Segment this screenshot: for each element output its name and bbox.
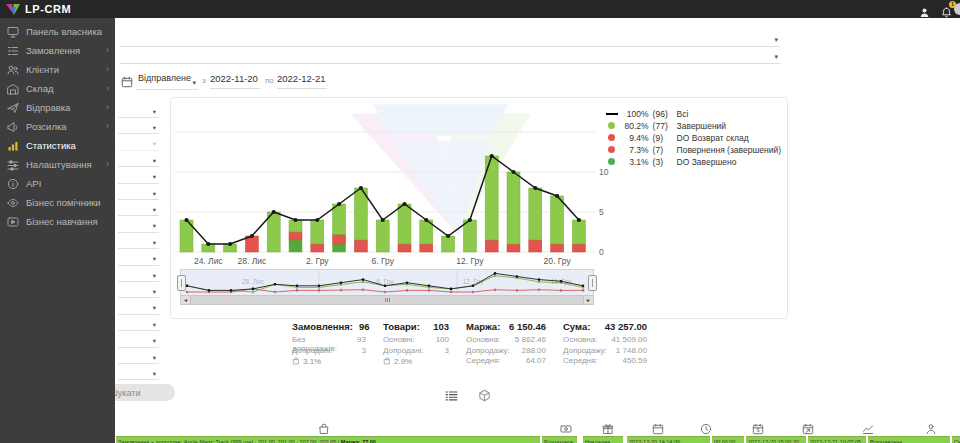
legend-percent: 80.2%: [622, 121, 649, 131]
sidebar-item-orders[interactable]: Замовлення ›: [0, 41, 115, 60]
table-cell[interactable]: Накладна: [583, 436, 623, 443]
legend-count: (3): [653, 157, 675, 167]
legend-item[interactable]: 80.2% (77) Завершений: [605, 120, 781, 131]
caret-down-icon: ▾: [774, 53, 778, 60]
stat-title: Замовлення:96: [292, 321, 366, 332]
scroll-left-icon[interactable]: ◄: [181, 296, 190, 304]
sidebar: Панель власника Замовлення › Клієнти › С…: [0, 18, 115, 443]
date-type-select[interactable]: Відправлене ▾: [136, 73, 198, 90]
table-cell[interactable]: 2022-12-20 15:00:20: [746, 436, 806, 443]
chart-icon[interactable]: [862, 421, 874, 433]
side-filter-select-2[interactable]: ▾: [118, 118, 159, 134]
person-icon[interactable]: [919, 4, 930, 15]
chevron-right-icon: ›: [106, 84, 109, 93]
table-cell[interactable]: 00:00:00: [712, 436, 744, 443]
svg-text:28. Лис: 28. Лис: [238, 256, 268, 266]
table-row[interactable]: Замовлення + допродаж: Apple Magic Track…: [115, 436, 960, 443]
side-filter-select-11[interactable]: ▾: [118, 266, 159, 282]
brand[interactable]: LP-CRM: [0, 3, 71, 16]
side-filter-select-3[interactable]: ▾: [118, 135, 159, 151]
chevron-right-icon: ›: [106, 122, 109, 131]
filter-select-1[interactable]: ▾: [120, 30, 780, 47]
side-filter-select-12[interactable]: ▾: [118, 282, 159, 298]
stat-row: Основна:41 509.00: [563, 335, 647, 346]
bag-icon[interactable]: [318, 421, 330, 433]
sidebar-item-label: Статистика: [26, 140, 76, 151]
legend-item[interactable]: 3.1% (3) DO Завершено: [605, 156, 781, 167]
gift-icon[interactable]: [602, 421, 614, 433]
bag-icon: [292, 357, 300, 366]
bell-icon[interactable]: 1: [941, 4, 952, 15]
caret-down-icon: ▾: [153, 273, 156, 280]
table-cell[interactable]: 2022-12-21 10:07:05: [808, 436, 866, 443]
side-filter-select-14[interactable]: ▾: [118, 315, 159, 331]
table-cell[interactable]: 2022-12-20 14:14:06: [627, 436, 710, 443]
side-filter-select-10[interactable]: ▾: [118, 250, 159, 266]
brand-label: LP-CRM: [25, 3, 71, 15]
navigator-right-handle[interactable]: [588, 275, 597, 291]
sidebar-item-settings[interactable]: Налаштування ›: [0, 155, 115, 174]
svg-text:20. Гру: 20. Гру: [544, 256, 572, 266]
scrollbar-thumb[interactable]: [190, 296, 584, 304]
side-filter-select-13[interactable]: ▾: [118, 299, 159, 315]
table-cell[interactable]: Розрахунок: [542, 436, 577, 443]
topbar-actions: 1: [919, 4, 960, 15]
list-view-icon[interactable]: [445, 388, 458, 401]
banknote-icon[interactable]: [560, 421, 572, 433]
side-filter-select-7[interactable]: ▾: [118, 200, 159, 216]
sidebar-item-label: Клієнти: [26, 64, 59, 75]
side-filter-select-15[interactable]: ▾: [118, 332, 159, 348]
side-filter-select-4[interactable]: ▾: [118, 151, 159, 167]
api-icon: [7, 178, 20, 190]
side-filter-select-8[interactable]: ▾: [118, 217, 159, 233]
clock-icon[interactable]: [700, 421, 712, 433]
chart-navigator[interactable]: 28. Лис6. Гру12. Гру19. Гру: [180, 269, 594, 296]
side-filter-select-17[interactable]: ▾: [118, 364, 159, 380]
sidebar-item-warehouse[interactable]: Склад ›: [0, 79, 115, 98]
sidebar-item-stats[interactable]: Статистика: [0, 136, 115, 155]
topbar: LP-CRM 1: [0, 0, 960, 18]
sidebar-item-mailing[interactable]: Розсилка ›: [0, 117, 115, 136]
date-from-input[interactable]: 2022-11-20: [210, 73, 260, 89]
calendar-icon[interactable]: [121, 76, 133, 88]
bag-icon: [383, 357, 391, 366]
chart-scrollbar[interactable]: ◄ ►: [180, 295, 594, 305]
legend-count: (77): [653, 121, 675, 131]
scroll-right-icon[interactable]: ►: [584, 296, 593, 304]
side-filter-select-5[interactable]: ▾: [118, 168, 159, 184]
side-filter-select-9[interactable]: ▾: [118, 233, 159, 249]
sidebar-item-clients[interactable]: Клієнти ›: [0, 60, 115, 79]
avatar[interactable]: [954, 3, 960, 15]
calendar-paid-icon[interactable]: $: [752, 421, 764, 433]
person-icon[interactable]: [925, 421, 937, 433]
sidebar-item-label: Панель власника: [26, 26, 102, 37]
cube-view-icon[interactable]: [478, 388, 491, 401]
sidebar-item-dashboard[interactable]: Панель власника: [0, 22, 115, 41]
caret-down-icon: ▾: [153, 141, 156, 148]
side-filter-select-1[interactable]: ▾: [118, 102, 159, 118]
sidebar-item-training[interactable]: Бізнес навчання: [0, 212, 115, 231]
calendar-icon[interactable]: [652, 421, 664, 433]
table-cell[interactable]: Відправлене: [868, 436, 950, 443]
sidebar-item-helpers[interactable]: Бізнес помічники: [0, 193, 115, 212]
side-filter-select-6[interactable]: ▾: [118, 184, 159, 200]
calendar-ship-icon[interactable]: [802, 421, 814, 433]
table-cell[interactable]: Замовлення + допродаж: Apple Magic Track…: [116, 436, 540, 443]
caret-down-icon: ▾: [192, 79, 196, 86]
stat-row: Основна:5 862.46: [466, 335, 546, 346]
sidebar-item-api[interactable]: API: [0, 174, 115, 193]
table-cell[interactable]: Смс: [952, 436, 960, 443]
date-to-input[interactable]: 2022-12-21: [277, 73, 327, 89]
navigator-left-handle[interactable]: [177, 275, 186, 291]
filter-select-2[interactable]: ▾: [120, 47, 780, 64]
stat-row: Основні:100: [383, 335, 449, 346]
sidebar-item-label: API: [26, 178, 41, 189]
sidebar-item-shipping[interactable]: Відправка ›: [0, 98, 115, 117]
stat-row: Допродажу:1 748.00: [563, 346, 647, 357]
legend-item[interactable]: 7.3% (7) Повернення (завершений): [605, 144, 781, 155]
side-filter-select-16[interactable]: ▾: [118, 348, 159, 364]
orders-chart[interactable]: 051024. Лис28. Лис2. Гру6. Гру12. Гру20.…: [175, 102, 617, 270]
legend-item[interactable]: 9.4% (9) DO Возврат склад: [605, 132, 781, 143]
stat-row: Без допродажів:93: [292, 335, 366, 346]
legend-item[interactable]: 100% (96) Всі: [605, 108, 781, 119]
